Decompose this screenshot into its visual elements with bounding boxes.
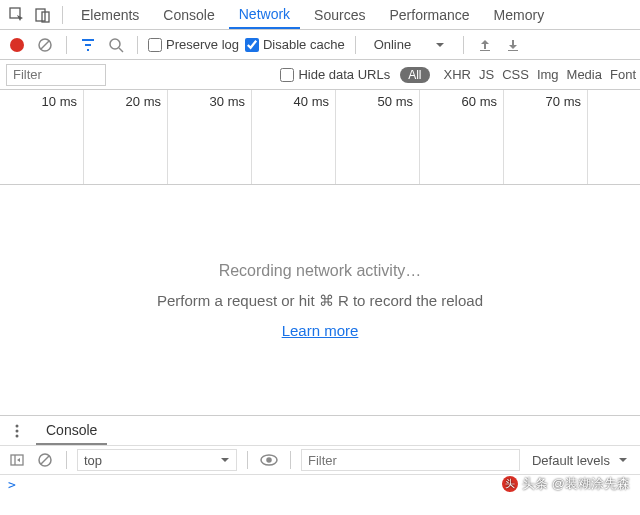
empty-subtitle: Perform a request or hit ⌘ R to record t… xyxy=(157,292,483,310)
divider xyxy=(66,451,67,469)
divider xyxy=(290,451,291,469)
timeline-tick: 40 ms xyxy=(252,90,336,184)
divider xyxy=(463,36,464,54)
timeline-tick: 80 xyxy=(588,90,640,184)
download-har-icon[interactable] xyxy=(502,34,524,56)
svg-point-4 xyxy=(110,39,120,49)
tab-performance[interactable]: Performance xyxy=(379,1,479,29)
throttling-value: Online xyxy=(374,37,412,52)
timeline-tick: 10 ms xyxy=(0,90,84,184)
console-clear-icon[interactable] xyxy=(34,449,56,471)
preserve-log-checkbox[interactable]: Preserve log xyxy=(148,37,239,52)
filter-img[interactable]: Img xyxy=(533,67,563,82)
chevron-down-icon xyxy=(220,455,230,465)
filter-all[interactable]: All xyxy=(400,67,429,83)
empty-title: Recording network activity… xyxy=(219,262,422,280)
inspect-icon[interactable] xyxy=(6,4,28,26)
tab-sources[interactable]: Sources xyxy=(304,1,375,29)
record-icon[interactable] xyxy=(6,34,28,56)
watermark-icon: 头 xyxy=(502,476,518,492)
timeline-tick: 20 ms xyxy=(84,90,168,184)
upload-har-icon[interactable] xyxy=(474,34,496,56)
preserve-log-label: Preserve log xyxy=(166,37,239,52)
timeline-tick: 30 ms xyxy=(168,90,252,184)
devtools-tab-bar: Elements Console Network Sources Perform… xyxy=(0,0,640,30)
clear-icon[interactable] xyxy=(34,34,56,56)
tab-elements[interactable]: Elements xyxy=(71,1,149,29)
console-sidebar-toggle-icon[interactable] xyxy=(6,449,28,471)
timeline-tick: 60 ms xyxy=(420,90,504,184)
divider xyxy=(247,451,248,469)
kebab-menu-icon[interactable] xyxy=(6,420,28,442)
svg-point-5 xyxy=(16,424,19,427)
chevron-down-icon xyxy=(618,455,628,465)
divider xyxy=(62,6,63,24)
hide-data-urls-checkbox[interactable]: Hide data URLs xyxy=(280,67,390,82)
timeline-overview[interactable]: 10 ms 20 ms 30 ms 40 ms 50 ms 60 ms 70 m… xyxy=(0,90,640,185)
svg-point-7 xyxy=(16,434,19,437)
hide-data-urls-label: Hide data URLs xyxy=(298,67,390,82)
svg-point-6 xyxy=(16,429,19,432)
empty-state: Recording network activity… Perform a re… xyxy=(0,185,640,415)
filter-js[interactable]: JS xyxy=(475,67,498,82)
filter-media[interactable]: Media xyxy=(563,67,606,82)
filter-css[interactable]: CSS xyxy=(498,67,533,82)
log-levels-value: Default levels xyxy=(532,453,610,468)
throttling-select[interactable]: Online xyxy=(366,37,454,52)
svg-rect-1 xyxy=(36,9,45,21)
learn-more-link[interactable]: Learn more xyxy=(282,322,359,339)
console-drawer-header: Console xyxy=(0,415,640,445)
context-select[interactable]: top xyxy=(77,449,237,471)
console-drawer-tab[interactable]: Console xyxy=(36,417,107,445)
console-toolbar: top Default levels xyxy=(0,445,640,475)
tab-console[interactable]: Console xyxy=(153,1,224,29)
filter-bar: Hide data URLs All XHR JS CSS Img Media … xyxy=(0,60,640,90)
tab-memory[interactable]: Memory xyxy=(484,1,555,29)
filter-xhr[interactable]: XHR xyxy=(440,67,475,82)
timeline-tick: 70 ms xyxy=(504,90,588,184)
filter-toggle-icon[interactable] xyxy=(77,34,99,56)
divider xyxy=(355,36,356,54)
live-expression-icon[interactable] xyxy=(258,449,280,471)
divider xyxy=(137,36,138,54)
divider xyxy=(66,36,67,54)
svg-point-11 xyxy=(267,458,271,462)
search-icon[interactable] xyxy=(105,34,127,56)
watermark-text: 头条 @装糊涂先森 xyxy=(522,475,630,493)
disable-cache-label: Disable cache xyxy=(263,37,345,52)
chevron-down-icon xyxy=(435,40,445,50)
console-filter-input[interactable] xyxy=(301,449,520,471)
context-value: top xyxy=(84,453,102,468)
filter-input[interactable] xyxy=(6,64,106,86)
disable-cache-checkbox[interactable]: Disable cache xyxy=(245,37,345,52)
timeline-tick: 50 ms xyxy=(336,90,420,184)
filter-font[interactable]: Font xyxy=(606,67,640,82)
watermark: 头 头条 @装糊涂先森 xyxy=(502,475,630,493)
log-levels-select[interactable]: Default levels xyxy=(526,453,634,468)
device-toggle-icon[interactable] xyxy=(32,4,54,26)
network-toolbar: Preserve log Disable cache Online xyxy=(0,30,640,60)
tab-network[interactable]: Network xyxy=(229,0,300,29)
